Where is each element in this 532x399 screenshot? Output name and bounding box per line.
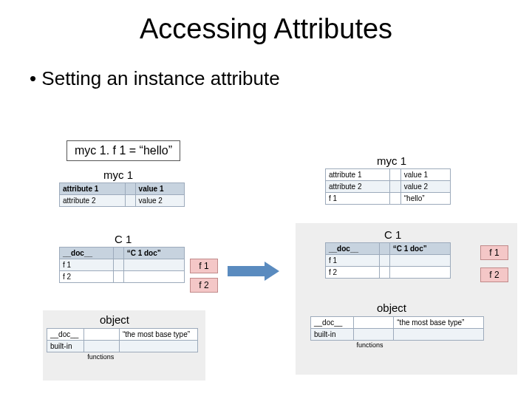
right-object-header: object (377, 301, 406, 314)
left-c1-table: __doc__“C 1 doc” f 1 f 2 (59, 247, 185, 283)
right-object-table: __doc__“the most base type” built-infunc… (310, 316, 484, 341)
left-object-header: object (100, 313, 129, 326)
left-myc1-header: myc 1 (103, 168, 133, 181)
left-f2-box: f 2 (190, 278, 218, 293)
right-myc1-table: attribute 1value 1 attribute 2value 2 f … (325, 168, 451, 205)
right-f2-box: f 2 (480, 267, 508, 282)
bullet-text: Setting an instance attribute (30, 67, 532, 90)
left-c1-header: C 1 (115, 233, 132, 245)
right-c1-table: __doc__“C 1 doc” f 1 f 2 (325, 242, 451, 279)
right-myc1-header: myc 1 (377, 154, 406, 167)
right-f1-box: f 1 (480, 245, 508, 260)
code-statement: myc 1. f 1 = “hello” (66, 140, 180, 161)
arrow-icon (228, 262, 279, 281)
left-object-table: __doc__“the most base type” built-infunc… (47, 328, 198, 352)
left-f1-box: f 1 (190, 259, 218, 273)
slide-title: Accessing Attributes (0, 13, 532, 45)
left-myc1-table: attribute 1value 1 attribute 2value 2 (59, 183, 185, 207)
right-c1-header: C 1 (384, 228, 401, 241)
